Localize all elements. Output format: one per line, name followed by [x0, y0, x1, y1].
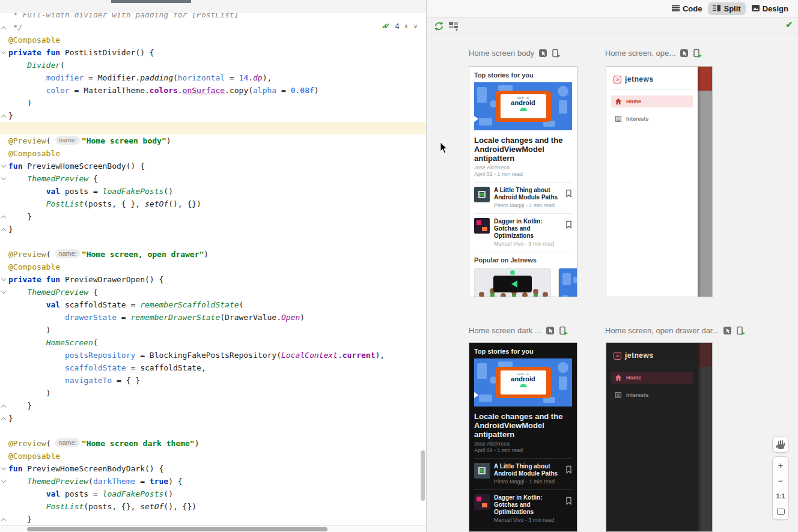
fold-marker-icon[interactable]: [1, 518, 6, 523]
code-line[interactable]: }: [0, 109, 426, 122]
fold-marker-icon[interactable]: [1, 289, 6, 294]
drawer-item-interests[interactable]: Interests: [611, 389, 693, 401]
code-line[interactable]: */: [0, 21, 426, 34]
bookmark-icon[interactable]: [565, 189, 572, 198]
code-line[interactable]: postsRepository = BlockingFakePostsRepos…: [0, 349, 426, 361]
code-line[interactable]: ): [0, 324, 426, 336]
fold-marker-icon[interactable]: [1, 163, 6, 168]
fold-marker-icon[interactable]: [1, 26, 6, 31]
run-preview-on-device-icon[interactable]: [552, 49, 561, 58]
preview-home-screen-open-drawer[interactable]: > jetnews Home Interests: [606, 66, 713, 297]
post-list-item[interactable]: A Little Thing about Android Module Path…: [474, 187, 572, 209]
code-line[interactable]: ): [0, 97, 426, 109]
code-line[interactable]: fun PreviewHomeScreenBody() {: [0, 160, 426, 172]
interactive-preview-icon[interactable]: [538, 49, 547, 58]
code-editor[interactable]: * Full-width divider with padding for [P…: [0, 13, 426, 525]
bookmark-icon[interactable]: [565, 465, 572, 474]
code-line[interactable]: val posts = loadFakePosts(): [0, 488, 426, 500]
zoom-actual-size-button[interactable]: 1:1: [772, 488, 789, 504]
fold-marker-icon[interactable]: [1, 417, 6, 422]
code-line[interactable]: @Preview( name:"Home screen, open drawer…: [0, 248, 426, 261]
code-line[interactable]: }: [0, 412, 426, 425]
code-line[interactable]: @Composable: [0, 147, 426, 160]
code-line[interactable]: * Full-width divider with padding for [P…: [0, 13, 426, 21]
code-line[interactable]: [0, 425, 426, 437]
interactive-preview-icon[interactable]: [723, 326, 732, 335]
run-preview-on-device-icon[interactable]: [559, 326, 568, 335]
run-preview-on-device-icon[interactable]: [736, 326, 745, 335]
bookmark-icon[interactable]: [565, 220, 572, 229]
fold-marker-icon[interactable]: [1, 115, 6, 119]
preview-home-screen-open-drawer-dark[interactable]: > jetnews Home Interests: [606, 342, 713, 532]
interactive-preview-icon[interactable]: [680, 49, 689, 58]
code-line[interactable]: scaffoldState = scaffoldState,: [0, 361, 426, 374]
post-list-item[interactable]: Dagger in Kotlin: Gotchas and Optimizati…: [474, 494, 572, 524]
mode-code-button[interactable]: Code: [667, 2, 707, 15]
editor-mode-toggle: Code Split Design: [427, 0, 798, 17]
next-problem-chevron-icon[interactable]: ∨: [413, 23, 418, 29]
preview-home-screen-dark[interactable]: Top stories for you now in android: [469, 342, 577, 532]
run-preview-on-device-icon[interactable]: [693, 49, 702, 58]
fold-marker-icon[interactable]: [1, 478, 6, 483]
code-line[interactable]: private fun PreviewDrawerOpen() {: [0, 273, 426, 286]
popular-card[interactable]: From JavaProgramming Langua... Florina M…: [474, 268, 551, 297]
interactive-preview-icon[interactable]: [546, 326, 555, 335]
code-line[interactable]: }: [0, 513, 426, 525]
inspections-widget[interactable]: ✓✓ 4 ∧ ∨: [382, 22, 418, 31]
zoom-in-button[interactable]: +: [772, 457, 789, 473]
preview-layout-button[interactable]: [449, 22, 461, 31]
code-line[interactable]: @Composable: [0, 34, 426, 46]
code-line[interactable]: color = MaterialTheme.colors.onSurface.c…: [0, 84, 426, 97]
code-line[interactable]: ): [0, 387, 426, 399]
mode-design-button[interactable]: Design: [747, 2, 793, 15]
code-line[interactable]: private fun PostListDivider() {: [0, 46, 426, 59]
code-line[interactable]: [0, 235, 426, 248]
drawer-item-home[interactable]: Home: [611, 372, 693, 384]
code-line[interactable]: PostList(posts, { }, setOf(), {}): [0, 198, 426, 210]
editor-horizontal-scrollbar[interactable]: [27, 527, 327, 531]
code-line[interactable]: ThemedPreview {: [0, 172, 426, 185]
fold-marker-icon[interactable]: [1, 276, 6, 281]
code-line[interactable]: drawerState = rememberDrawerState(Drawer…: [0, 311, 426, 324]
post-list-item[interactable]: Dagger in Kotlin: Gotchas and Optimizati…: [474, 218, 572, 247]
code-line[interactable]: fun PreviewHomeScreenBodyDark() {: [0, 462, 426, 475]
code-line[interactable]: HomeScreen(: [0, 336, 426, 349]
code-line[interactable]: }: [0, 223, 426, 235]
post-list-item[interactable]: A Little Thing about Android Module Path…: [474, 463, 572, 485]
popular-card[interactable]: LocaAndr Jose Al April 0: [558, 268, 577, 297]
code-line[interactable]: ThemedPreview {: [0, 286, 426, 298]
fold-marker-icon[interactable]: [1, 228, 6, 233]
code-line[interactable]: @Preview( name:"Home screen body"): [0, 135, 426, 147]
fold-marker-icon[interactable]: [1, 216, 6, 220]
zoom-to-fit-button[interactable]: [772, 504, 789, 519]
drawer-item-interests[interactable]: Interests: [611, 113, 693, 125]
code-line[interactable]: @Preview( name:"Home screen dark theme"): [0, 437, 426, 450]
code-line[interactable]: val posts = loadFakePosts(): [0, 185, 426, 198]
fold-marker-icon[interactable]: [1, 49, 6, 54]
fold-marker-icon[interactable]: [1, 175, 6, 180]
code-line[interactable]: Divider(: [0, 59, 426, 71]
bookmark-icon[interactable]: [565, 497, 572, 505]
code-line[interactable]: [0, 122, 426, 135]
code-line[interactable]: PostList(posts, {}, setOf(), {}): [0, 500, 426, 513]
code-line[interactable]: @Composable: [0, 261, 426, 273]
mode-split-button[interactable]: Split: [708, 2, 745, 15]
code-line[interactable]: @Composable: [0, 450, 426, 462]
editor-horizontal-scrollbar-track[interactable]: [0, 525, 426, 532]
build-refresh-button[interactable]: [434, 21, 444, 31]
code-line[interactable]: }: [0, 399, 426, 412]
fold-marker-icon[interactable]: [1, 405, 6, 410]
pan-hand-button[interactable]: [772, 437, 789, 452]
code-line[interactable]: modifier = Modifier.padding(horizontal =…: [0, 71, 426, 84]
fold-marker-icon[interactable]: [1, 465, 6, 470]
code-line[interactable]: }: [0, 210, 426, 223]
code-line[interactable]: ThemedPreview(darkTheme = true) {: [0, 475, 426, 488]
code-line[interactable]: val scaffoldState = rememberScaffoldStat…: [0, 298, 426, 311]
preview-home-screen-body[interactable]: Top stories for you now in android: [469, 66, 577, 297]
drawer-item-home[interactable]: Home: [611, 95, 693, 107]
editor-vertical-scrollbar[interactable]: [421, 450, 425, 501]
code-line[interactable]: navigateTo = { }: [0, 374, 426, 387]
prev-problem-chevron-icon[interactable]: ∧: [404, 23, 408, 29]
preview-canvas[interactable]: Home screen body Home screen, ope... Hom…: [427, 34, 798, 532]
zoom-out-button[interactable]: −: [772, 473, 789, 488]
